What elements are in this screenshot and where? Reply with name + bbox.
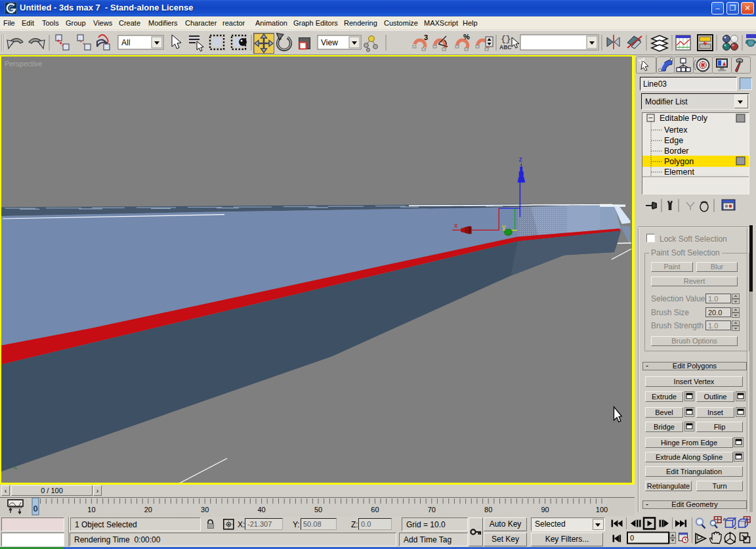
svg-text:0: 0 <box>33 504 37 514</box>
svg-text:{}: {} <box>501 34 511 44</box>
svg-text:%: % <box>463 33 470 41</box>
svg-text:90: 90 <box>541 506 549 514</box>
svg-text:Element: Element <box>664 167 694 177</box>
svg-text:View: View <box>321 38 338 47</box>
svg-text:Polygon: Polygon <box>664 157 694 166</box>
svg-text:10: 10 <box>87 506 95 514</box>
svg-text:ABC: ABC <box>499 44 511 51</box>
svg-text:0: 0 <box>630 534 634 542</box>
svg-text:40: 40 <box>257 506 265 514</box>
svg-text:Border: Border <box>664 146 689 156</box>
svg-text:y: y <box>502 223 506 231</box>
svg-text:70: 70 <box>428 506 436 514</box>
svg-text:x: x <box>454 221 458 229</box>
svg-text:20: 20 <box>144 506 152 514</box>
svg-text:3: 3 <box>424 33 428 41</box>
svg-text:Edge: Edge <box>664 136 683 145</box>
svg-text:Editable Poly: Editable Poly <box>660 114 708 123</box>
svg-text:Vertex: Vertex <box>664 125 688 135</box>
svg-text:80: 80 <box>484 506 492 514</box>
svg-text:50: 50 <box>314 506 322 514</box>
svg-text:z: z <box>519 155 523 163</box>
svg-text:60: 60 <box>371 506 379 514</box>
svg-text:All: All <box>121 38 130 47</box>
svg-text:30: 30 <box>201 506 209 514</box>
svg-text:Perspective: Perspective <box>5 60 42 68</box>
svg-text:100: 100 <box>596 506 608 514</box>
